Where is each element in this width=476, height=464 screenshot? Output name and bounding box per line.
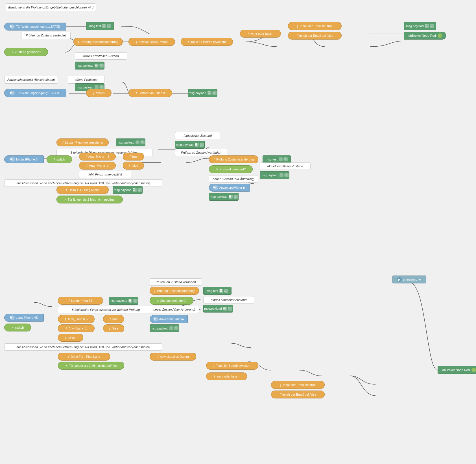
iob-red-s3[interactable]: iobBroker Node Red ✓: [438, 366, 476, 374]
box-icon: □: [228, 307, 232, 311]
check-icon: ✓: [438, 33, 442, 38]
box-icon: □: [107, 24, 111, 28]
prufung1[interactable]: ƒ Prüfung Zustandsänderung: [73, 38, 123, 46]
box-icon: □: [234, 195, 238, 199]
zustand-s2[interactable]: ✕ Zustand geändert?: [209, 165, 253, 173]
inhalt-true[interactable]: ƒ Inhalt der Email bei true: [288, 22, 342, 30]
msg-payload-s3-2[interactable]: msg.payload ☰ □: [203, 305, 233, 313]
anw-micha-m1[interactable]: ƒ Anw_Micha -1: [79, 162, 116, 170]
list-icon: ☰: [229, 195, 233, 199]
msg-test-s2[interactable]: msg.test ☰ □: [263, 155, 291, 163]
comment-email: Email, wenn die Wohnungstür geöffnet ode…: [6, 3, 96, 11]
anw-lana5[interactable]: ƒ Anw_Lana = 5: [58, 315, 95, 323]
list-icon: ☰: [136, 140, 139, 144]
fehlerhafte-s3: 5 fehlerhafte Pings zulassen vor weitere…: [58, 306, 154, 313]
iob-red1[interactable]: iobBroker Node Red ✓: [404, 32, 446, 40]
letzter-ping-ts[interactable]: ƒ Letzter Ping TS: [58, 297, 103, 305]
input-icon: ▶: [10, 24, 15, 29]
box-icon: □: [174, 326, 178, 330]
box-icon: □: [284, 157, 288, 161]
list-icon: ☰: [95, 85, 99, 89]
now-s3[interactable]: ƒ now aktuelles Datum: [150, 353, 196, 361]
msg-payload1[interactable]: msg.payload ☰ □: [404, 22, 436, 30]
delta-tur-micha[interactable]: ƒ Delta Tür - Ping Micha: [56, 186, 109, 194]
box-icon: □: [138, 188, 142, 192]
topic-s3[interactable]: ƒ Topic für Betreff erweitern: [206, 362, 258, 370]
inhalt-false-s3[interactable]: ƒ Inhalt der Email bei false: [271, 391, 325, 398]
aktuell-s3: aktuell ermittelter Zustand: [203, 296, 254, 303]
true-node[interactable]: ƒ true: [123, 153, 144, 161]
msg-payload-s2-3[interactable]: msg.payload ☰ □: [260, 171, 289, 179]
aktuell1: aktuell ermittelter Zustand: [75, 52, 127, 60]
list-icon: ☰: [95, 64, 99, 68]
anw-lana-m1[interactable]: ƒ Anw_Lana -1: [58, 324, 95, 332]
msg-payload-s2-5[interactable]: msg.payload ☰ □: [209, 193, 239, 201]
switch1[interactable]: ƒ switch: [86, 89, 112, 97]
msg-payload-s2-4[interactable]: msg.payload ☰ □: [113, 186, 143, 194]
zustand-s3[interactable]: ✕ Zustand geändert?: [150, 297, 193, 305]
box-icon: □: [141, 140, 145, 144]
input-tur2[interactable]: ▶ Tür Wohnungseingang:1.STATE: [4, 89, 66, 97]
offene: offene Probleme: [68, 76, 104, 84]
fehl-pings: fehl. Pings runtergezählt: [79, 171, 131, 178]
prufung-s3[interactable]: ƒ Prüfung Zustandsänderung: [150, 287, 199, 295]
clock-icon: ▶: [397, 277, 402, 282]
box-icon: □: [224, 289, 228, 293]
input-icon2: ▶: [10, 91, 15, 95]
box-icon: □: [213, 91, 217, 95]
anwesend-lana-icon: ▶: [154, 317, 158, 321]
letzter-ping-true[interactable]: ƒ Letzter Ping true timestamp: [56, 138, 109, 146]
msg-test-s3[interactable]: msg.test ☰ □: [203, 287, 232, 295]
input-icon3: ▶: [10, 157, 15, 162]
prufung-s2[interactable]: ƒ Prüfung Zustandsänderung: [209, 155, 258, 163]
lana-iphone[interactable]: ▶ Lana iPhone 4S: [4, 314, 44, 322]
msg-payload-s3-1[interactable]: msg.payload ☰ □: [109, 297, 138, 305]
anwesend-lana[interactable]: ▶ AnwesendLana ▶: [150, 315, 188, 323]
list-icon: ☰: [169, 326, 173, 330]
box-icon: □: [100, 85, 104, 89]
msg-payload2[interactable]: msg.payload ☰ □: [75, 62, 104, 70]
prufen-s3: Prüfen, ob Zustand verändert: [150, 278, 202, 286]
fetgestellt: fetgestellter Zustand: [175, 132, 220, 139]
box-icon: □: [285, 173, 289, 177]
list-icon: ☰: [223, 307, 227, 311]
switch-s3-outer[interactable]: ✕ switch: [4, 324, 31, 331]
letztes-mal[interactable]: ƒ Letztes Mal Tür auf: [128, 89, 172, 97]
list-icon: ☰: [280, 173, 283, 177]
wahr-falsch[interactable]: ƒ wahr oder falsch: [240, 30, 281, 38]
tur-langer-s3[interactable]: ✕ Tür länger als 2 Min. nicht geöffnet: [58, 362, 124, 370]
msg-test1[interactable]: msg.test ☰ □: [86, 22, 114, 30]
list-icon: ☰: [102, 24, 106, 28]
inhalt-false[interactable]: ƒ Inhalt der Email bei false: [288, 32, 342, 40]
switch-s2[interactable]: ƒ switch: [47, 155, 72, 163]
anwesend-micha[interactable]: ▶ AnwesendMicha ▶: [209, 184, 250, 192]
timestamp-s3[interactable]: ▶ timestamp ►: [392, 276, 426, 283]
check-icon-s3: ✓: [471, 368, 476, 372]
anwesenheit: Anwesenheitslogik (Beschreibung): [4, 76, 58, 84]
msg-payload-s3-3[interactable]: msg.payload ☰ □: [150, 324, 179, 332]
flow-canvas: Email, wenn die Wohnungstür geöffnet ode…: [0, 0, 476, 464]
false-node[interactable]: ƒ false: [123, 162, 144, 170]
true-s3[interactable]: ƒ true: [103, 315, 124, 323]
msg-payload4[interactable]: msg.payload ☰ □: [188, 89, 217, 97]
connections-layer: [0, 0, 476, 464]
zustand1[interactable]: ✕ Zustand geändert?: [4, 48, 48, 56]
list-icon: ☰: [279, 157, 283, 161]
prufen1: Prüfen, ob Zustand verändert: [21, 32, 71, 39]
inhalt-true-s3[interactable]: ƒ Inhalt der Email bei true: [271, 381, 325, 389]
msg-payload-s2-1[interactable]: msg.payload ☰ □: [116, 138, 145, 146]
micha-iphone[interactable]: ▶ Micha iPhone 6: [4, 155, 44, 163]
input-tur1[interactable]: ▶ Tür Wohnungseingang:1.STATE: [4, 23, 66, 31]
wahr-falsch-s3[interactable]: ƒ wahr oder falsch: [206, 372, 247, 380]
switch-s3-inner[interactable]: ƒ switch: [58, 334, 83, 342]
now1[interactable]: ƒ now aktuelles Datum: [128, 38, 175, 46]
anw-micha5[interactable]: ƒ Anw_Micha = 5: [79, 153, 116, 161]
tur-langer-s2[interactable]: ✕ Tür länger als 2 Min. nicht geöffnet: [56, 196, 123, 203]
delta-tur-lana[interactable]: ƒ Delta Tür - Ping Lana: [58, 353, 110, 361]
neuer-zustand-s3: neuer Zustand (nur Änderung): [150, 306, 199, 313]
list-icon: ☰: [219, 289, 223, 293]
msg-payload-s2-2[interactable]: msg.payload ☰ □: [175, 141, 205, 149]
topic1[interactable]: ƒ Topic für Betreff erweitern: [181, 38, 233, 46]
input-icon4: ▶: [10, 315, 15, 320]
false-s3[interactable]: ƒ false: [103, 324, 124, 332]
